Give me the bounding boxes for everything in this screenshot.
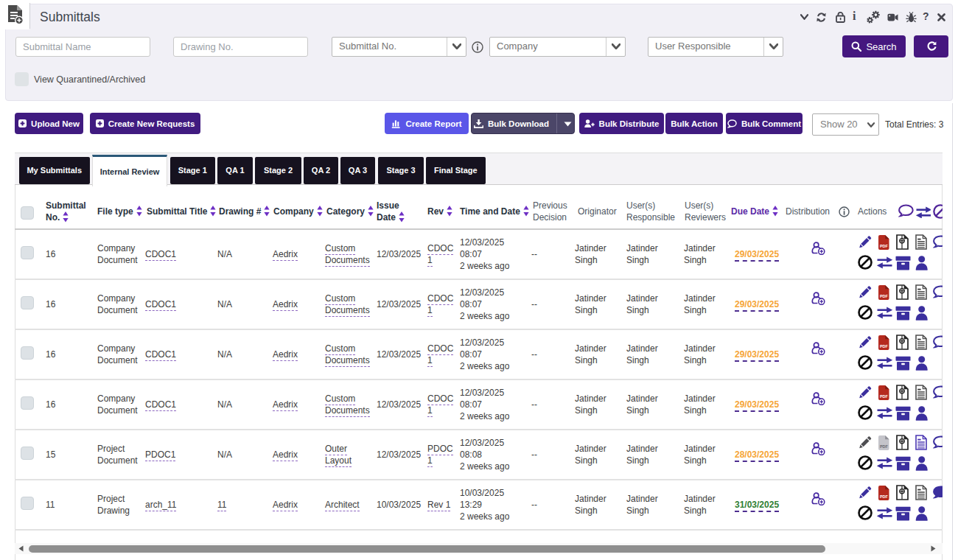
svg-text:PDF: PDF <box>880 244 888 248</box>
svg-text:PDF: PDF <box>880 344 888 349</box>
svg-text:PDF: PDF <box>880 444 888 449</box>
svg-text:PDF: PDF <box>880 494 888 499</box>
svg-text:PDF: PDF <box>880 394 888 399</box>
svg-text:PDF: PDF <box>880 294 888 298</box>
